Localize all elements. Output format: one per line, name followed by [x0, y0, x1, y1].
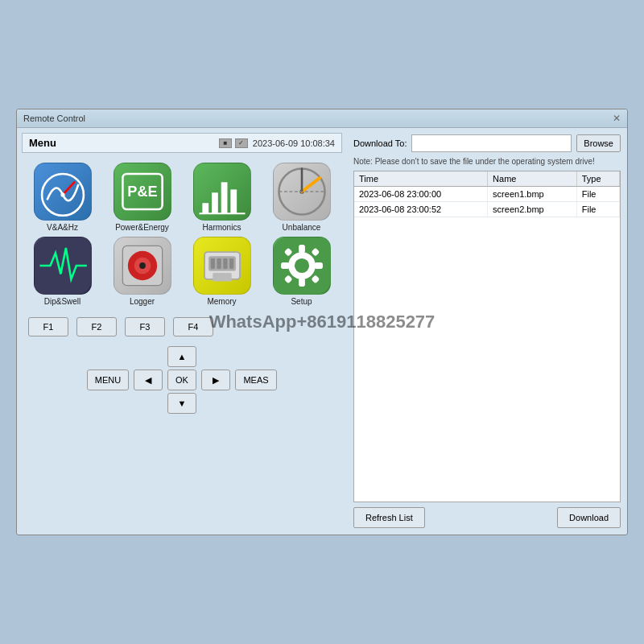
nav-area: ▲ MENU ◀ OK ▶ MEAS ▼ — [17, 343, 347, 417]
browse-button[interactable]: Browse — [576, 134, 621, 152]
svg-rect-6 — [212, 192, 218, 213]
f4-button[interactable]: F4 — [173, 317, 213, 336]
fn-buttons-row: F1 F2 F3 F4 — [17, 311, 347, 343]
harm-svg — [194, 163, 250, 220]
logger-icon — [114, 237, 171, 295]
setup-icon — [273, 237, 331, 295]
memory-svg — [194, 237, 250, 294]
app-va[interactable]: V&A&Hz — [25, 163, 100, 232]
left-panel: Menu ■ ✓ 2023-06-09 10:08:34 — [17, 128, 347, 535]
down-button[interactable]: ▼ — [167, 393, 196, 414]
svg-point-29 — [297, 262, 305, 270]
app-setup[interactable]: Setup — [264, 237, 339, 306]
bottom-buttons: Refresh List Download — [353, 507, 621, 528]
menu-button[interactable]: MENU — [87, 369, 129, 390]
app-unbal[interactable]: Unbalance — [264, 163, 339, 232]
svg-rect-26 — [229, 258, 233, 269]
nav-row-down: ▼ — [167, 393, 196, 414]
table-body: 2023-06-08 23:00:00screen1.bmpFile2023-0… — [354, 187, 620, 217]
unbal-icon — [273, 163, 331, 221]
setup-svg — [274, 237, 330, 294]
svg-rect-33 — [314, 262, 322, 269]
col-type: Type — [576, 171, 619, 187]
left-button[interactable]: ◀ — [134, 369, 163, 390]
nav-row-up: ▲ — [167, 346, 196, 367]
svg-rect-32 — [281, 262, 289, 269]
app-pe[interactable]: P&E Power&Energy — [105, 163, 180, 232]
svg-line-12 — [302, 178, 320, 192]
app-grid: V&A&Hz P&E Power&Energy — [17, 158, 347, 311]
table-header-row: Time Name Type — [354, 171, 620, 187]
svg-rect-25 — [223, 258, 227, 269]
dip-label: Dip&Swell — [44, 297, 81, 306]
pe-svg: P&E — [114, 163, 171, 220]
table-row[interactable]: 2023-06-08 23:00:00screen1.bmpFile — [354, 187, 620, 202]
svg-rect-24 — [217, 258, 221, 269]
svg-line-1 — [63, 182, 74, 195]
cell-type: File — [576, 187, 619, 202]
download-to-label: Download To: — [353, 138, 407, 148]
right-button[interactable]: ▶ — [201, 369, 230, 390]
menu-header-right: ■ ✓ 2023-06-09 10:08:34 — [219, 138, 335, 148]
svg-text:P&E: P&E — [127, 184, 157, 200]
menu-label: Menu — [29, 137, 56, 149]
logger-svg — [114, 237, 171, 294]
unbal-label: Unbalance — [283, 223, 321, 232]
download-button[interactable]: Download — [557, 507, 621, 528]
title-bar: Remote Control ✕ — [17, 109, 627, 128]
close-button[interactable]: ✕ — [613, 113, 621, 124]
download-path-input[interactable] — [411, 134, 572, 152]
svg-rect-8 — [230, 189, 237, 213]
menu-datetime: 2023-06-09 10:08:34 — [253, 138, 335, 148]
file-table: Time Name Type 2023-06-08 23:00:00screen… — [353, 171, 621, 502]
download-to-row: Download To: Browse — [353, 134, 621, 152]
cell-name: screen1.bmp — [488, 187, 577, 202]
menu-header: Menu ■ ✓ 2023-06-09 10:08:34 — [22, 133, 342, 153]
memory-label: Memory — [207, 297, 236, 306]
meas-button[interactable]: MEAS — [235, 369, 277, 390]
cell-time: 2023-06-08 23:00:00 — [354, 187, 488, 202]
harm-label: Harmonics — [203, 223, 242, 232]
dip-svg — [35, 237, 91, 294]
va-label: V&A&Hz — [47, 223, 78, 232]
pe-icon: P&E — [114, 163, 171, 221]
table-row[interactable]: 2023-06-08 23:00:52screen2.bmpFile — [354, 202, 620, 217]
right-panel: Download To: Browse Note: Please don't t… — [347, 128, 627, 535]
harm-icon — [193, 163, 251, 221]
va-svg — [35, 163, 91, 220]
f3-button[interactable]: F3 — [125, 317, 165, 336]
cell-time: 2023-06-08 23:00:52 — [354, 202, 488, 217]
sd-icon: ■ — [219, 138, 232, 148]
memory-icon — [193, 237, 251, 295]
logger-label: Logger — [130, 297, 155, 306]
app-harm[interactable]: Harmonics — [184, 163, 259, 232]
content-area: Menu ■ ✓ 2023-06-09 10:08:34 — [17, 128, 627, 535]
nav-row-mid: MENU ◀ OK ▶ MEAS — [87, 369, 277, 390]
svg-rect-21 — [213, 273, 231, 281]
app-dip[interactable]: Dip&Swell — [25, 237, 100, 306]
cell-name: screen2.bmp — [488, 202, 577, 217]
app-memory[interactable]: Memory — [184, 237, 259, 306]
note-text: Note: Please don't to save the file unde… — [353, 157, 621, 166]
app-logger[interactable]: Logger — [105, 237, 180, 306]
main-window: Remote Control ✕ Menu ■ ✓ 2023-06-09 10:… — [16, 109, 628, 535]
f1-button[interactable]: F1 — [28, 317, 68, 336]
cell-type: File — [576, 202, 619, 217]
setup-label: Setup — [291, 297, 312, 306]
up-button[interactable]: ▲ — [167, 346, 196, 367]
table-header: Time Name Type — [354, 171, 620, 187]
svg-rect-30 — [299, 245, 305, 253]
check-icon: ✓ — [235, 138, 248, 148]
svg-point-2 — [60, 192, 64, 196]
ok-button[interactable]: OK — [167, 369, 196, 390]
svg-rect-23 — [210, 258, 214, 269]
svg-rect-31 — [299, 279, 305, 287]
f2-button[interactable]: F2 — [76, 317, 117, 336]
svg-rect-5 — [202, 203, 208, 213]
va-icon — [34, 163, 92, 221]
svg-rect-7 — [221, 182, 227, 213]
refresh-list-button[interactable]: Refresh List — [353, 507, 425, 528]
window-title: Remote Control — [23, 114, 85, 123]
col-time: Time — [354, 171, 488, 187]
svg-point-19 — [139, 262, 146, 269]
